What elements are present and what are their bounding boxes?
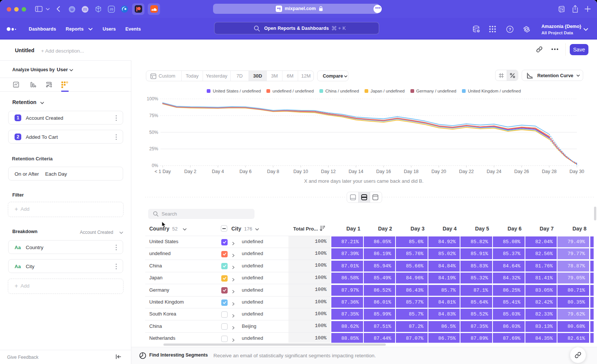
svg-text:Day 26: Day 26: [514, 169, 529, 174]
svg-text:Day 2: Day 2: [184, 169, 197, 174]
svg-text:Day 24: Day 24: [487, 169, 501, 174]
svg-text:Day 6: Day 6: [240, 169, 252, 174]
svg-text:Day 22: Day 22: [459, 169, 474, 174]
svg-text:Day 20: Day 20: [431, 169, 446, 174]
svg-text:< 1 Day: < 1 Day: [154, 169, 171, 174]
svg-text:Day 28: Day 28: [542, 169, 557, 174]
svg-text:Day 14: Day 14: [348, 169, 363, 174]
svg-text:100%: 100%: [147, 96, 158, 101]
svg-text:25%: 25%: [149, 146, 158, 151]
svg-text:0%: 0%: [152, 163, 159, 168]
svg-text:Day 8: Day 8: [267, 169, 279, 174]
svg-text:75%: 75%: [149, 113, 158, 118]
svg-text:Day 4: Day 4: [212, 169, 224, 174]
svg-text:Day 12: Day 12: [321, 169, 336, 174]
svg-text:Day 30: Day 30: [569, 169, 584, 174]
svg-text:Day 10: Day 10: [293, 169, 308, 174]
svg-text:50%: 50%: [149, 130, 158, 135]
svg-text:Day 18: Day 18: [404, 169, 419, 174]
svg-text:Day 16: Day 16: [376, 169, 391, 174]
